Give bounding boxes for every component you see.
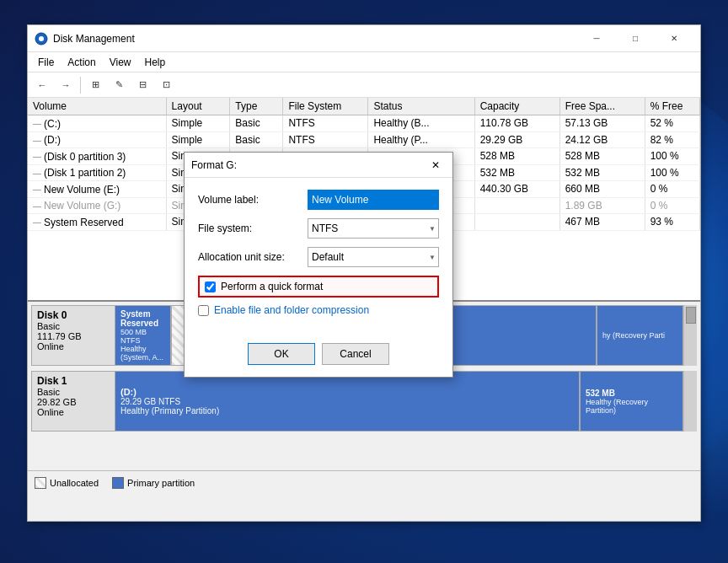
- scrollbar-right-2: [683, 371, 697, 432]
- cell-free: 1.89 GB: [559, 197, 645, 214]
- compression-checkbox[interactable]: [198, 305, 209, 316]
- cell-free: 467 MB: [559, 214, 645, 231]
- scrollbar-thumb[interactable]: [686, 307, 696, 324]
- disk-1-name: Disk 1: [37, 375, 110, 387]
- col-volume: Volume: [28, 98, 166, 115]
- dialog-body: Volume label: File system: NTFS FAT32 ex…: [185, 178, 452, 335]
- partition-system-reserved[interactable]: System Reserved 500 MB NTFS Healthy (Sys…: [115, 306, 172, 365]
- file-system-control: NTFS FAT32 exFAT ▼: [308, 218, 439, 239]
- col-fs: File System: [283, 98, 368, 115]
- volume-label-label: Volume label:: [198, 194, 308, 206]
- disk-management-window: Disk Management ─ □ ✕ File Action View H…: [27, 24, 701, 522]
- cell-pct: 100 %: [645, 164, 699, 181]
- disk-0-info: Disk 0 Basic 111.79 GB Online: [31, 305, 115, 366]
- legend-unallocated-label: Unallocated: [50, 478, 99, 488]
- cell-free: 528 MB: [559, 148, 645, 165]
- disk-0-name: Disk 0: [37, 309, 110, 321]
- properties-button[interactable]: ✎: [108, 75, 130, 95]
- cell-pct: 0 %: [645, 181, 699, 198]
- menu-view[interactable]: View: [103, 55, 138, 70]
- table-row[interactable]: — (C:) Simple Basic NTFS Healthy (B... 1…: [28, 115, 700, 132]
- cell-capacity: 440.30 GB: [474, 181, 559, 198]
- quick-format-row: Perform a quick format: [198, 276, 439, 298]
- cell-volume: — System Reserved: [28, 214, 166, 231]
- cell-volume: — New Volume (G:): [28, 197, 166, 214]
- format-dialog: Format G: ✕ Volume label: File system:: [184, 152, 453, 378]
- disk-1-type: Basic: [37, 387, 110, 397]
- file-system-label: File system:: [198, 223, 308, 234]
- partition-sub: Healthy (Recovery Partition): [586, 398, 677, 415]
- disk-view-button[interactable]: ⊞: [84, 75, 106, 95]
- scrollbar-right: [683, 305, 697, 366]
- cell-volume: — (Disk 0 partition 3): [28, 148, 166, 165]
- cell-capacity: 532 MB: [474, 164, 559, 181]
- cell-layout: Simple: [166, 115, 230, 132]
- legend-unallocated: Unallocated: [35, 477, 99, 489]
- maximize-button[interactable]: □: [616, 25, 655, 52]
- cell-volume: — (D:): [28, 131, 166, 148]
- quick-format-label[interactable]: Perform a quick format: [221, 281, 323, 292]
- disk-1-size: 29.82 GB: [37, 397, 110, 407]
- cell-free: 24.12 GB: [559, 131, 645, 148]
- svg-point-1: [39, 36, 44, 41]
- ok-button[interactable]: OK: [248, 343, 315, 365]
- cell-fs: NTFS: [283, 131, 368, 148]
- table-row[interactable]: — (D:) Simple Basic NTFS Healthy (P... 2…: [28, 131, 700, 148]
- partition-recovery-0[interactable]: hy (Recovery Parti: [597, 306, 682, 365]
- cell-fs: NTFS: [283, 115, 368, 132]
- cell-free: 532 MB: [559, 164, 645, 181]
- legend-primary-label: Primary partition: [127, 478, 195, 488]
- partition-label: hy (Recovery Parti: [602, 331, 677, 340]
- allocation-label: Allocation unit size:: [198, 251, 308, 263]
- partition-detail: 500 MB NTFS: [120, 328, 165, 345]
- minimize-button[interactable]: ─: [577, 25, 616, 52]
- table-header-row: Volume Layout Type File System Status Ca…: [28, 98, 700, 115]
- col-type: Type: [230, 98, 283, 115]
- allocation-row: Allocation unit size: Default 512 1024 2…: [198, 247, 439, 267]
- cell-capacity: [474, 197, 559, 214]
- forward-button[interactable]: →: [55, 75, 77, 95]
- file-system-select[interactable]: NTFS FAT32 exFAT: [308, 218, 439, 239]
- file-system-row: File system: NTFS FAT32 exFAT ▼: [198, 218, 439, 239]
- disk-1-info: Disk 1 Basic 29.82 GB Online: [31, 371, 115, 432]
- compression-row: Enable file and folder compression: [198, 303, 439, 318]
- partition-d[interactable]: (D:) 29.29 GB NTFS Healthy (Primary Part…: [115, 372, 581, 431]
- cell-pct: 82 %: [645, 131, 699, 148]
- dialog-close-button[interactable]: ✕: [426, 155, 446, 175]
- cell-volume: — (Disk 1 partition 2): [28, 164, 166, 181]
- cell-type: Basic: [230, 115, 283, 132]
- cell-capacity: 110.78 GB: [474, 115, 559, 132]
- cell-volume: — (C:): [28, 115, 166, 132]
- refresh-button[interactable]: ⊡: [155, 75, 177, 95]
- compression-label[interactable]: Enable file and folder compression: [214, 304, 369, 316]
- cell-layout: Simple: [166, 131, 230, 148]
- cell-type: Basic: [230, 131, 283, 148]
- menu-action[interactable]: Action: [61, 55, 102, 70]
- col-layout: Layout: [166, 98, 230, 115]
- close-button[interactable]: ✕: [655, 25, 693, 52]
- menu-bar: File Action View Help: [28, 52, 700, 72]
- toolbar: ← → ⊞ ✎ ⊟ ⊡: [28, 72, 700, 98]
- legend-primary: Primary partition: [112, 477, 195, 489]
- cell-status: Healthy (B...: [368, 115, 474, 132]
- remove-button[interactable]: ⊟: [131, 75, 153, 95]
- title-bar: Disk Management ─ □ ✕: [28, 25, 700, 52]
- cell-free: 660 MB: [559, 181, 645, 198]
- cell-status: Healthy (P...: [368, 131, 474, 148]
- legend-unallocated-box: [35, 477, 46, 489]
- volume-label-row: Volume label:: [198, 190, 439, 210]
- partition-label: (D:): [120, 387, 574, 397]
- partition-recovery-1[interactable]: 532 MB Healthy (Recovery Partition): [581, 372, 682, 431]
- quick-format-checkbox[interactable]: [205, 282, 216, 292]
- cell-pct: 100 %: [645, 148, 699, 165]
- cancel-button[interactable]: Cancel: [322, 343, 389, 365]
- allocation-select[interactable]: Default 512 1024 2048 4096: [308, 247, 439, 267]
- cell-free: 57.13 GB: [559, 115, 645, 132]
- volume-label-input[interactable]: [308, 190, 439, 210]
- cell-volume: — New Volume (E:): [28, 181, 166, 198]
- back-button[interactable]: ←: [31, 75, 53, 95]
- window-controls: ─ □ ✕: [577, 25, 693, 52]
- menu-file[interactable]: File: [31, 55, 61, 70]
- menu-help[interactable]: Help: [138, 55, 173, 70]
- dialog-title-text: Format G:: [191, 159, 426, 171]
